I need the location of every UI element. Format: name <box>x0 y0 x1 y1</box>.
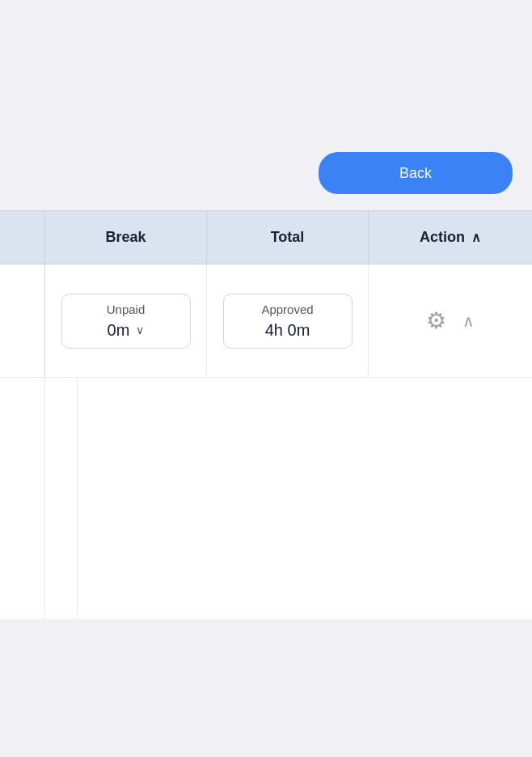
break-cell: Unpaid 0m ∨ <box>45 264 207 377</box>
row-index-cell <box>0 264 45 377</box>
break-dropdown-icon[interactable]: ∨ <box>136 324 144 336</box>
page-wrapper: Back Break Total Action ∧ Unpaid <box>0 0 532 757</box>
column-header-break: Break <box>45 211 207 264</box>
column-header-action: Action ∧ <box>369 211 532 264</box>
action-sort-icon[interactable]: ∧ <box>471 230 481 245</box>
unpaid-label: Unpaid <box>107 302 146 316</box>
column-header-index <box>0 211 45 264</box>
break-value: 0m <box>108 321 130 340</box>
approved-box: Approved 4h 0m <box>223 294 353 349</box>
break-column-label: Break <box>105 229 146 246</box>
table-header: Break Total Action ∧ <box>0 210 532 264</box>
action-column-label: Action <box>420 229 465 246</box>
table-content: Unpaid 0m ∨ Approved 4h 0m ⚙ ∧ <box>0 264 532 620</box>
action-cell: ⚙ ∧ <box>369 264 532 377</box>
top-area: Back <box>0 0 532 210</box>
row-collapse-icon[interactable]: ∧ <box>462 311 475 331</box>
partial-cell-2 <box>45 378 78 620</box>
settings-icon[interactable]: ⚙ <box>426 307 446 334</box>
partial-cell-1 <box>0 378 45 620</box>
approved-value: 4h 0m <box>265 321 310 340</box>
approved-label: Approved <box>261 302 313 316</box>
total-cell: Approved 4h 0m <box>207 264 369 377</box>
table-row-partial <box>0 378 532 620</box>
table-row: Unpaid 0m ∨ Approved 4h 0m ⚙ ∧ <box>0 264 532 378</box>
break-time-box[interactable]: Unpaid 0m ∨ <box>61 294 191 349</box>
break-value-container: 0m ∨ <box>108 321 145 340</box>
total-column-label: Total <box>271 229 305 246</box>
column-header-total: Total <box>207 211 369 264</box>
back-button[interactable]: Back <box>319 152 513 194</box>
